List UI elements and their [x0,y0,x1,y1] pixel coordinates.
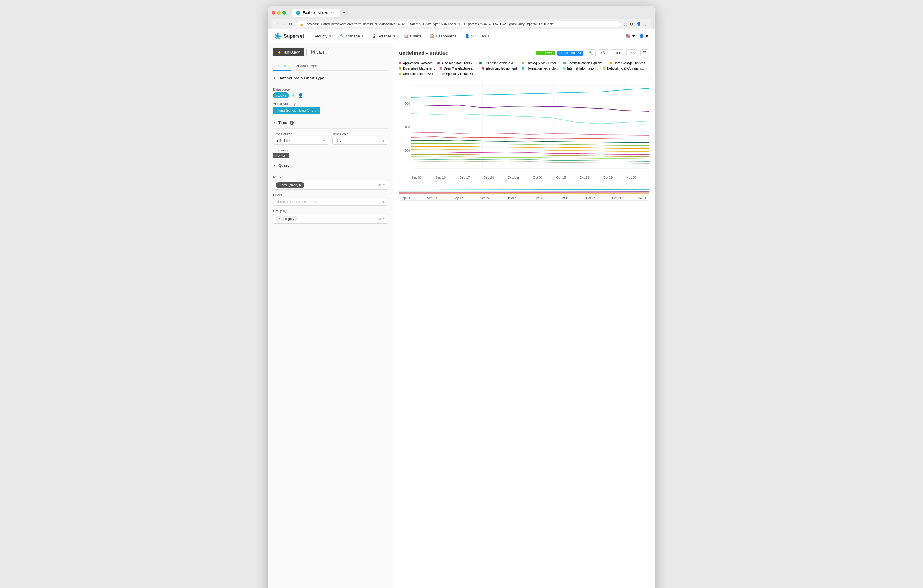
tag-close-icon[interactable]: ✕ [278,217,281,220]
legend-label: Electronic Equipment [486,67,517,70]
code-icon-btn[interactable]: </> [598,49,608,56]
legend-label: Drug Manufacturers -... [443,67,477,70]
overview-x-axis: Sep 03 Sep 10 Sep 17 Sep 24 October Oct … [399,196,649,200]
close-window-btn[interactable] [272,11,275,15]
nav-item-sql-lab[interactable]: 👤 SQL Lab ▼ [461,33,494,39]
language-selector[interactable]: 🇺🇸 ▼ [626,34,636,38]
legend-label: Communication Equipm... [567,61,605,65]
x-axis-label: Sep 10 [435,176,446,179]
tag-close-icon[interactable]: ✕ [278,184,281,187]
save-button[interactable]: 💾 Save [306,48,329,56]
account-btn[interactable]: 👤 [636,22,641,26]
section-divider [273,171,388,172]
address-bar[interactable]: 🔒 localhost:8088/superset/explore/?form_… [296,21,621,27]
filters-input[interactable]: choose a column or metric ▼ [273,198,388,206]
datasource-value: stocks [276,94,286,97]
nav-charts-icon: 📊 [404,34,409,38]
menu-icon-btn[interactable]: ☰ [640,49,649,56]
viz-type-button[interactable]: Time Series - Line Chart [273,107,320,115]
tab-label: Explore - stocks [303,11,328,15]
chart-overview: Sep 03 Sep 10 Sep 17 Sep 24 October Oct … [399,184,649,200]
nav-sqllab-label: SQL Lab [471,34,486,38]
time-grain-select[interactable]: day ✕ ▼ [332,137,388,145]
user-menu[interactable]: 👤 ▼ [639,34,649,38]
tab-visual-properties[interactable]: Visual Properties [291,61,329,71]
collapse-icon: ▼ [273,121,276,124]
clear-group-by-btn[interactable]: ✕ [379,217,381,220]
metric-tag-expand-icon: ▶ [299,183,302,187]
right-panel: undefined - untitled 700 rows 00:00:00.2… [393,43,655,588]
main-layout: ⚡ Run Query 💾 Save Data Visual Propertie… [268,43,655,588]
legend-label: Semiconductor - Broa... [403,72,437,76]
time-fields-row: Time Column full_date ▼ Time Grain day [273,132,388,145]
y-axis: 600 400 200 [399,79,411,174]
maximize-window-btn[interactable] [282,11,286,15]
legend-item: Auto Manufacturers -... [437,61,475,65]
legend-dot [563,67,566,69]
metric-tag-avg-close: ✕ AVG(close) ▶ [276,182,304,188]
settings-icon-btn[interactable]: 🔧 [586,49,596,56]
json-btn[interactable]: .json [611,49,624,56]
legend-item: Drug Manufacturers -... [440,67,477,70]
nav-menu: Security ▼ 🔧 Manage ▼ 🗄 Sources ▼ 📊 Char… [310,33,620,39]
section-query-header[interactable]: ▼ Query [273,164,388,168]
time-range-label: Time range [273,148,388,152]
minimize-window-btn[interactable] [277,11,281,15]
bookmark-btn[interactable]: ☆ [624,22,627,26]
browser-controls: ∞ Explore - stocks ✕ + [272,9,651,16]
chevron-down-icon: ▼ [323,140,325,143]
browser-tabs: ∞ Explore - stocks ✕ + [292,9,348,16]
nav-item-manage[interactable]: 🔧 Manage ▼ [336,33,368,39]
section-time-header[interactable]: ▼ Time i [273,120,388,125]
clear-time-grain-btn[interactable]: ✕ [378,140,381,143]
time-column-select[interactable]: full_date ▼ [273,137,329,145]
tab-favicon: ∞ [296,11,301,15]
chart-svg [411,79,649,174]
legend-label: Business Software & ... [483,61,517,65]
run-query-button[interactable]: ⚡ Run Query [273,48,304,56]
datasource-info-btn[interactable]: 👤 [298,93,303,98]
time-column-label: Time Column [273,132,329,136]
menu-btn[interactable]: ⋮ [644,22,648,26]
metrics-input[interactable]: ✕ AVG(close) ▶ ✕ ▼ [273,180,388,190]
csv-btn[interactable]: .csv [626,49,638,56]
tab-close-btn[interactable]: ✕ [330,11,333,15]
time-grain-value: day [336,139,342,143]
metrics-dropdown-btn[interactable]: ▼ [383,184,385,187]
legend-label: Auto Manufacturers -... [441,61,475,65]
time-badge: 00:00:00.23 [557,51,583,56]
x-axis-label: Nov 05 [626,176,637,179]
add-datasource-btn[interactable]: ＋ [291,93,296,98]
forward-btn[interactable]: › [282,21,286,27]
x-axis-label: Sep 17 [460,176,470,179]
refresh-btn[interactable]: ↻ [287,21,294,27]
legend-label: Internet Information... [567,67,598,70]
nav-item-dashboards[interactable]: 🏠 Dashboards [426,33,460,39]
legend-dot [399,72,401,75]
time-column-value: full_date [276,139,290,143]
group-by-input[interactable]: ✕ category ✕ ▼ [273,214,388,223]
nav-item-sources[interactable]: 🗄 Sources ▼ [369,33,399,39]
info-icon[interactable]: i [290,121,294,125]
legend-dot [399,62,401,64]
overview-x-label: Sep 03 [401,197,410,200]
y-axis-label: 200 [401,149,410,152]
clear-metrics-btn[interactable]: ✕ [379,184,381,187]
tab-data[interactable]: Data [273,61,291,71]
section-datasource-header[interactable]: ▼ Datasource & Chart Type [273,76,388,80]
group-by-dropdown-btn[interactable]: ▼ [383,217,385,220]
chart-area: 600 400 200 [399,79,649,182]
legend-item: Application Software [399,61,433,65]
chevron-down-icon: ▼ [487,34,490,38]
new-tab-btn[interactable]: + [340,9,348,16]
browser-toolbar: ‹ › ↻ 🔒 localhost:8088/superset/explore/… [272,19,651,29]
nav-item-security[interactable]: Security ▼ [310,33,335,39]
extensions-btn[interactable]: ⚙ [630,22,634,26]
x-axis-label: Oct 15 [556,176,566,179]
browser-tab-active[interactable]: ∞ Explore - stocks ✕ [292,9,340,16]
legend-dot [437,62,440,64]
back-btn[interactable]: ‹ [275,21,279,27]
chart-legend: Application Software Auto Manufacturers … [399,61,649,76]
legend-item: Electronic Equipment [482,67,517,70]
nav-item-charts[interactable]: 📊 Charts [401,33,425,39]
